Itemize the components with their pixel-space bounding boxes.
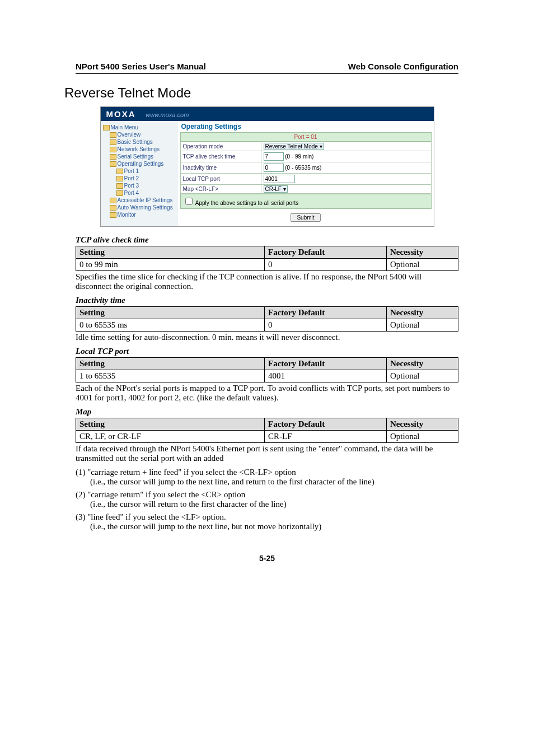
folder-icon [116, 190, 123, 196]
nav-label: Port 4 [124, 190, 139, 196]
col-setting: Setting [76, 358, 265, 370]
header-rule [76, 73, 458, 74]
col-default: Factory Default [265, 307, 387, 319]
nav-port-4[interactable]: Port 4 [116, 189, 176, 197]
apply-all-row: Apply the above settings to all serial p… [180, 194, 432, 209]
cell-setting: 1 to 65535 [76, 370, 265, 382]
col-default: Factory Default [265, 418, 387, 431]
submit-button[interactable]: Submit [291, 213, 320, 222]
nav-label: Accessible IP Settings [118, 197, 173, 203]
nav-auto-warning[interactable]: Auto Warning Settings [110, 204, 176, 211]
brand-logo: MOXA [106, 109, 136, 119]
param-desc: Idle time setting for auto-disconnection… [76, 333, 458, 342]
settings-table: Operation modeReverse Telnet Mode ▾ TCP … [180, 142, 432, 194]
nav-overview[interactable]: Overview [110, 131, 176, 138]
folder-icon [103, 125, 110, 130]
nav-basic-settings[interactable]: Basic Settings [110, 138, 176, 146]
enum-sub: (i.e., the cursor will return to the fir… [90, 500, 458, 509]
folder-icon [110, 205, 116, 211]
param-title: TCP alive check time [76, 235, 458, 245]
nav-main-menu[interactable]: Main Menu [103, 124, 176, 131]
chevron-down-icon: ▾ [320, 143, 322, 150]
nav-serial-settings[interactable]: Serial Settings [110, 153, 176, 160]
nav-label: Monitor [118, 212, 136, 218]
col-necessity: Necessity [387, 358, 458, 370]
brand-url: www.moxa.com [146, 111, 189, 118]
enum-item: (3) "line feed" if you select the <LF> o… [76, 512, 458, 522]
header-right: Web Console Configuration [348, 62, 458, 71]
apply-all-label: Apply the above settings to all serial p… [195, 200, 299, 206]
folder-icon [110, 198, 116, 203]
nav-label: Auto Warning Settings [118, 204, 173, 211]
section-title: Reverse Telnet Mode [64, 85, 458, 101]
cell-default: CR-LF [265, 431, 387, 443]
map-crlf-select[interactable]: CR-LF ▾ [264, 185, 288, 193]
row-label: Inactivity time [180, 162, 261, 174]
nav-port-3[interactable]: Port 3 [116, 182, 176, 189]
local-tcp-input[interactable] [264, 175, 295, 183]
folder-icon [110, 212, 116, 218]
nav-label: Basic Settings [118, 139, 153, 145]
tcp-alive-input[interactable] [264, 152, 284, 161]
cell-setting: 0 to 99 min [76, 259, 265, 271]
cell-setting: 0 to 65535 ms [76, 319, 265, 332]
param-table: SettingFactory DefaultNecessityCR, LF, o… [76, 418, 458, 443]
folder-icon [116, 176, 123, 181]
nav-label: Serial Settings [118, 153, 153, 160]
nav-network-settings[interactable]: Network Settings [110, 146, 176, 153]
col-setting: Setting [76, 418, 265, 431]
enum-sub: (i.e., the cursor will jump to the next … [90, 477, 458, 487]
nav-operating-settings[interactable]: Operating Settings [110, 160, 176, 167]
cell-necessity: Optional [387, 370, 458, 382]
nav-port-1[interactable]: Port 1 [116, 167, 176, 175]
folder-icon [110, 147, 116, 152]
nav-label: Port 1 [124, 168, 139, 174]
nav-label: Port 2 [124, 175, 139, 181]
folder-icon [110, 132, 116, 138]
col-necessity: Necessity [387, 307, 458, 319]
folder-icon [116, 169, 123, 174]
col-necessity: Necessity [387, 418, 458, 431]
select-value: CR-LF [265, 186, 282, 192]
param-desc: Each of the NPort's serial ports is mapp… [76, 384, 458, 403]
param-title: Local TCP port [76, 347, 458, 356]
screenshot-header: MOXA www.moxa.com [101, 107, 434, 121]
cell-necessity: Optional [387, 319, 458, 332]
param-title: Map [76, 407, 458, 417]
operation-mode-select[interactable]: Reverse Telnet Mode ▾ [264, 143, 324, 150]
nav-monitor[interactable]: Monitor [110, 211, 176, 218]
header-left: NPort 5400 Series User's Manual [76, 62, 206, 71]
port-indicator: Port = 01 [180, 132, 432, 142]
page-number: 5-25 [76, 554, 458, 563]
col-necessity: Necessity [387, 246, 458, 259]
enum-sub: (i.e., the cursor will jump to the next … [90, 522, 458, 531]
nav-port-2[interactable]: Port 2 [116, 175, 176, 182]
row-label: TCP alive check time [180, 151, 261, 162]
col-setting: Setting [76, 246, 265, 259]
col-setting: Setting [76, 307, 265, 319]
cell-default: 0 [265, 259, 387, 271]
folder-icon [110, 161, 116, 167]
row-label: Operation mode [180, 142, 261, 151]
param-table: SettingFactory DefaultNecessity0 to 6553… [76, 306, 458, 332]
inactivity-input[interactable] [264, 164, 284, 172]
screenshot-main-title: Operating Settings [178, 121, 434, 132]
param-table: SettingFactory DefaultNecessity0 to 99 m… [76, 246, 458, 271]
enum-item: (2) "carriage return" if you select the … [76, 490, 458, 500]
apply-all-checkbox[interactable] [185, 198, 193, 205]
col-default: Factory Default [265, 358, 387, 370]
folder-icon [110, 154, 116, 160]
nav-accessible-ip[interactable]: Accessible IP Settings [110, 197, 176, 204]
cell-setting: CR, LF, or CR-LF [76, 431, 265, 443]
cell-default: 0 [265, 319, 387, 332]
param-desc: If data received through the NPort 5400'… [76, 444, 458, 463]
col-default: Factory Default [265, 246, 387, 259]
folder-icon [110, 139, 116, 145]
chevron-down-icon: ▾ [283, 186, 286, 192]
param-title: Inactivity time [76, 296, 458, 305]
input-suffix: (0 - 99 min) [285, 153, 313, 160]
param-table: SettingFactory DefaultNecessity1 to 6553… [76, 357, 458, 382]
nav-label: Overview [118, 132, 141, 138]
cell-necessity: Optional [387, 431, 458, 443]
input-suffix: (0 - 65535 ms) [285, 165, 321, 171]
